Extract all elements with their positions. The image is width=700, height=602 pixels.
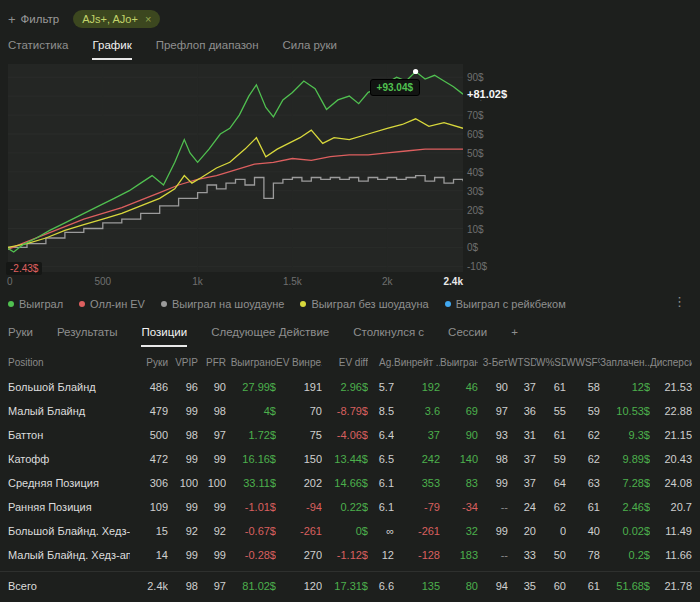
- column-header-5[interactable]: EV Винре...: [276, 357, 322, 368]
- table-row[interactable]: Катофф472999916.16$15013.44$6.5242140983…: [0, 447, 700, 471]
- table-cell: 90: [440, 429, 478, 441]
- legend-item-0[interactable]: Выиграл: [8, 298, 63, 310]
- table-row[interactable]: Малый Блайнд. Хедз-ап149999-0.28$270-1.1…: [0, 543, 700, 567]
- main-tab-2[interactable]: Префлоп диапазон: [156, 39, 259, 60]
- table-cell: 21.78: [650, 580, 692, 592]
- table-row[interactable]: Баттон50098971.72$75-4.06$6.437909331616…: [0, 423, 700, 447]
- column-header-13[interactable]: WWSF%: [566, 357, 600, 368]
- table-cell: Баттон: [8, 429, 130, 441]
- y-axis-tick: 40$: [467, 167, 484, 178]
- legend-dot-icon: [300, 301, 306, 307]
- legend-item-2[interactable]: Выиграл на шоудауне: [161, 298, 284, 310]
- column-header-7[interactable]: Ag.: [368, 357, 394, 368]
- table-cell: --: [478, 501, 508, 513]
- legend-item-3[interactable]: Выиграл без шоудауна: [300, 298, 428, 310]
- table-tab-2[interactable]: Позиции: [141, 326, 187, 347]
- main-tab-1[interactable]: График: [92, 39, 131, 60]
- table-tab-5[interactable]: Сессии: [448, 326, 487, 347]
- column-header-1[interactable]: Руки: [130, 357, 168, 368]
- main-tab-0[interactable]: Статистика: [8, 39, 68, 60]
- table-cell: 14: [130, 549, 168, 561]
- y-axis-tick: 0$: [467, 242, 478, 253]
- table-tab-4[interactable]: Столкнулся с: [353, 326, 424, 347]
- legend-dot-icon: [161, 301, 167, 307]
- table-cell: 60: [536, 580, 566, 592]
- column-header-11[interactable]: WTSD: [508, 357, 536, 368]
- poker-tracker-app: + Фильтр AJs+, AJo+ × СтатистикаГрафикПр…: [0, 0, 700, 602]
- table-row[interactable]: Средняя Позиция30610010033.11$20214.66$6…: [0, 471, 700, 495]
- table-cell: 58: [566, 381, 600, 393]
- table-tab-0[interactable]: Руки: [8, 326, 33, 347]
- table-cell: 0.2$: [600, 549, 650, 561]
- total-divider: [0, 571, 700, 572]
- table-cell: 150: [276, 453, 322, 465]
- table-tab-3[interactable]: Следующее Действие: [211, 326, 329, 347]
- table-cell: 31: [508, 429, 536, 441]
- table-cell: 11.49: [650, 525, 692, 537]
- table-cell: 96: [168, 381, 198, 393]
- plus-icon: +: [8, 13, 16, 26]
- column-header-4[interactable]: Выиграно: [226, 357, 276, 368]
- column-header-9[interactable]: Выиграно...: [440, 357, 478, 368]
- table-cell: 37: [508, 477, 536, 489]
- column-header-0[interactable]: Position: [8, 357, 130, 368]
- table-row[interactable]: Ранняя Позиция1099999-1.01$-940.22$6.1-7…: [0, 495, 700, 519]
- legend-item-1[interactable]: Олл-ин EV: [79, 298, 145, 310]
- x-axis-end-tick: 2.4k: [439, 276, 463, 287]
- table-body: Большой Блайнд486969027.99$1912.96$5.719…: [0, 375, 700, 567]
- table-cell: 37: [394, 429, 440, 441]
- table-cell: 59: [536, 453, 566, 465]
- legend-item-4[interactable]: Выиграл с рейкбеком: [445, 298, 566, 310]
- table-cell: 270: [276, 549, 322, 561]
- column-header-12[interactable]: W%SD: [536, 357, 566, 368]
- table-cell: 9.89$: [600, 453, 650, 465]
- filter-button-label: Фильтр: [21, 13, 60, 25]
- table-cell: 20.43: [650, 453, 692, 465]
- table-cell: 0: [536, 525, 566, 537]
- table-cell: 61: [536, 381, 566, 393]
- chart-end-value: +81.02$: [465, 88, 509, 100]
- table-cell: Малый Блайнд. Хедз-ап: [8, 549, 130, 561]
- column-header-14[interactable]: Заплачен...: [600, 357, 650, 368]
- table-cell: 3.6: [394, 405, 440, 417]
- table-cell: 1.72$: [226, 429, 276, 441]
- main-tab-3[interactable]: Сила руки: [283, 39, 338, 60]
- table-row[interactable]: Большой Блайнд. Хедз-ап159292-0.67$-2610…: [0, 519, 700, 543]
- column-header-10[interactable]: 3-Бет: [478, 357, 508, 368]
- table-cell: Малый Блайнд: [8, 405, 130, 417]
- close-icon[interactable]: ×: [145, 14, 151, 25]
- table-cell: 98: [168, 429, 198, 441]
- column-header-3[interactable]: PFR: [198, 357, 226, 368]
- column-header-8[interactable]: Винрейт ...: [394, 357, 440, 368]
- table-cell: 100: [168, 477, 198, 489]
- table-cell: 62: [566, 453, 600, 465]
- table-cell: 17.31$: [322, 580, 368, 592]
- column-header-6[interactable]: EV diff: [322, 357, 368, 368]
- table-cell: 306: [130, 477, 168, 489]
- table-cell: 2.96$: [322, 381, 368, 393]
- table-cell: 99: [198, 453, 226, 465]
- table-cell: 35: [508, 580, 536, 592]
- table-cell: -94: [276, 501, 322, 513]
- table-cell: 98: [198, 405, 226, 417]
- table-tab-1[interactable]: Результаты: [57, 326, 118, 347]
- table-cell: 242: [394, 453, 440, 465]
- y-axis-tick: 30$: [467, 186, 484, 197]
- table-cell: 62: [566, 429, 600, 441]
- table-row[interactable]: Малый Блайнд47999984$70-8.79$8.53.669973…: [0, 399, 700, 423]
- table-total: Всего2.4k989781.02$12017.31$6.6135809435…: [0, 574, 700, 598]
- table-cell: -261: [394, 525, 440, 537]
- table-cell: 51.68$: [600, 580, 650, 592]
- add-filter-button[interactable]: + Фильтр: [8, 13, 59, 26]
- table-cell: -128: [394, 549, 440, 561]
- kebab-menu-icon[interactable]: ⋮: [673, 294, 686, 309]
- table-cell: 92: [198, 525, 226, 537]
- filter-tag[interactable]: AJs+, AJo+ ×: [73, 10, 160, 28]
- table-cell: 27.99$: [226, 381, 276, 393]
- table-tab-6[interactable]: +: [511, 326, 518, 347]
- table-cell: 202: [276, 477, 322, 489]
- column-header-15[interactable]: Дисперси...: [650, 357, 692, 368]
- table-row[interactable]: Большой Блайнд486969027.99$1912.96$5.719…: [0, 375, 700, 399]
- table-cell: -0.67$: [226, 525, 276, 537]
- column-header-2[interactable]: VPIP: [168, 357, 198, 368]
